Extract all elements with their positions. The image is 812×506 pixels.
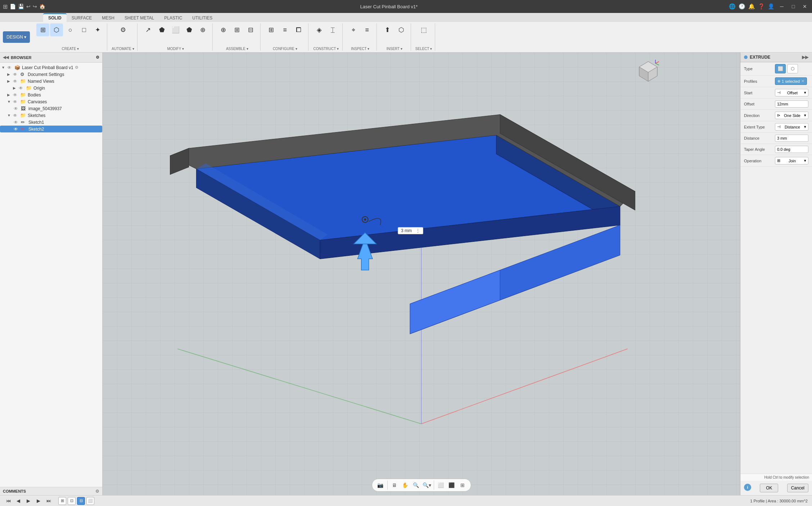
redo-button[interactable]: ↪ xyxy=(33,4,37,9)
new-component-icon[interactable]: ⊞ xyxy=(36,23,49,36)
insert-mesh-icon[interactable]: ⬡ xyxy=(395,23,408,36)
inspect-label[interactable]: INSPECT ▾ xyxy=(351,47,369,51)
parameters-icon[interactable]: ⊞ xyxy=(265,23,278,36)
create-label[interactable]: CREATE ▾ xyxy=(62,47,79,51)
construct-icon2[interactable]: ⌶ xyxy=(326,23,339,36)
direction-dropdown-icon[interactable]: ▾ xyxy=(804,113,806,118)
extent-type-value[interactable]: ⊣ Distance ▾ xyxy=(775,123,808,131)
profiles-value[interactable]: ⊕ 1 selected ✕ xyxy=(775,77,807,85)
combine-icon[interactable]: ⊕ xyxy=(197,23,209,36)
construct-label[interactable]: CONSTRUCT ▾ xyxy=(313,47,339,51)
extrude-info-icon[interactable]: i xyxy=(744,484,751,491)
tree-toggle-named-views[interactable]: ▶ xyxy=(7,79,12,83)
eye-icon-image[interactable]: 👁 xyxy=(14,106,20,111)
navigation-cube[interactable] xyxy=(636,60,661,85)
nav-cube-svg[interactable] xyxy=(636,60,661,85)
file-icon[interactable]: 📄 xyxy=(10,4,16,9)
eye-icon-sketches[interactable]: 👁 xyxy=(13,113,19,118)
insert-label[interactable]: INSERT ▾ xyxy=(387,47,402,51)
tree-item-sketch1[interactable]: 👁 ✏ Sketch1 xyxy=(0,119,102,126)
assemble-label[interactable]: ASSEMBLE ▾ xyxy=(226,47,248,51)
viewport-grid-icon[interactable]: ⊞ xyxy=(458,480,467,490)
timeline-icon-2[interactable]: ⊡ xyxy=(68,497,76,505)
viewport-appearance-icon[interactable]: ⬛ xyxy=(447,480,456,490)
close-button[interactable]: ✕ xyxy=(800,2,809,11)
eye-icon-doc-settings[interactable]: 👁 xyxy=(13,72,19,77)
automate-label[interactable]: AUTOMATE ▾ xyxy=(112,47,134,51)
offset-value-field[interactable]: 12mm xyxy=(775,100,808,108)
joint-origin-icon[interactable]: ⊞ xyxy=(231,23,244,36)
cancel-button[interactable]: Cancel xyxy=(787,484,808,492)
distance-value-field[interactable]: 3 mm xyxy=(775,135,808,142)
tree-item-origin[interactable]: ▶ 👁 📁 Origin xyxy=(0,85,102,91)
viewport[interactable]: 3 mm ⋮ 📷 🖥 ✋ 🔍 🔍▾ xyxy=(103,53,740,495)
save-button[interactable]: 💾 xyxy=(18,4,24,9)
chamfer-icon[interactable]: ⬜ xyxy=(169,23,182,36)
dimension-menu[interactable]: ⋮ xyxy=(416,228,420,233)
viewport-camera-icon[interactable]: 📷 xyxy=(376,480,385,490)
help-icon[interactable]: ❓ xyxy=(758,3,765,10)
taper-value-field[interactable]: 0.0 deg xyxy=(775,146,808,153)
tree-item-root[interactable]: ▼ 👁 📦 Laser Cut Pinball Board v1 ⚙ xyxy=(0,64,102,71)
eye-icon-named-views[interactable]: 👁 xyxy=(13,79,19,84)
viewport-display-icon[interactable]: 🖥 xyxy=(390,480,399,490)
configure-icon3[interactable]: ⧠ xyxy=(292,23,305,36)
tab-plastic[interactable]: PLASTIC xyxy=(159,14,187,22)
comments-settings-icon[interactable]: ⚙ xyxy=(95,489,99,494)
home-button[interactable]: 🏠 xyxy=(39,4,45,9)
viewport-zoom-dropdown[interactable]: 🔍▾ xyxy=(422,480,432,490)
press-pull-icon[interactable]: ↗ xyxy=(142,23,155,36)
play-button[interactable]: ▶ xyxy=(24,497,32,505)
tree-item-canvases[interactable]: ▼ 👁 📁 Canvases xyxy=(0,98,102,105)
browser-settings-icon[interactable]: ⚙ xyxy=(96,55,99,60)
step-forward-button[interactable]: ▶ xyxy=(35,497,42,505)
tree-item-doc-settings[interactable]: ▶ 👁 ⚙ Document Settings xyxy=(0,71,102,78)
tree-toggle-origin[interactable]: ▶ xyxy=(13,86,18,90)
tree-item-sketch2[interactable]: 👁 ✏ Sketch2 xyxy=(0,126,102,132)
tree-toggle-canvases[interactable]: ▼ xyxy=(7,100,12,104)
offset-plane-icon[interactable]: ◈ xyxy=(313,23,326,36)
operation-dropdown-icon[interactable]: ▾ xyxy=(804,158,806,163)
timeline-icon-3[interactable]: ⊟ xyxy=(77,497,85,505)
insert-svg-icon[interactable]: ⬆ xyxy=(381,23,394,36)
tree-toggle-bodies[interactable]: ▶ xyxy=(7,93,12,97)
start-value[interactable]: ⊣ Offset ▾ xyxy=(775,89,808,96)
tree-root-settings[interactable]: ⚙ xyxy=(75,65,78,70)
tree-item-named-views[interactable]: ▶ 👁 📁 Named Views xyxy=(0,78,102,85)
timeline-icon-4[interactable]: ⬜ xyxy=(86,497,94,505)
extrude-expand-icon[interactable]: ▶▶ xyxy=(802,55,808,60)
loft-icon[interactable]: ✦ xyxy=(91,23,104,36)
tab-mesh[interactable]: MESH xyxy=(97,14,119,22)
web-icon[interactable]: 🌐 xyxy=(729,3,736,10)
viewport-display-mode-icon[interactable]: ⬜ xyxy=(436,480,446,490)
minimize-button[interactable]: ─ xyxy=(777,2,786,11)
table-icon[interactable]: ≡ xyxy=(279,23,292,36)
maximize-button[interactable]: □ xyxy=(789,2,798,11)
sweep-icon[interactable]: □ xyxy=(77,23,90,36)
type-surface-button[interactable]: ⬡ xyxy=(787,64,798,73)
direction-value[interactable]: ⊳ One Side ▾ xyxy=(775,112,808,119)
new-joint-icon[interactable]: ⊕ xyxy=(217,23,230,36)
dimension-label[interactable]: 3 mm ⋮ xyxy=(398,227,423,234)
tree-item-image[interactable]: 👁 🖼 image_50439937 xyxy=(0,105,102,112)
design-button[interactable]: DESIGN ▾ xyxy=(3,31,30,43)
eye-icon-bodies[interactable]: 👁 xyxy=(13,92,19,98)
tab-solid[interactable]: SOLID xyxy=(43,13,67,22)
tree-toggle-sketches[interactable]: ▼ xyxy=(7,113,12,117)
viewport-pan-icon[interactable]: ✋ xyxy=(401,480,410,490)
tab-surface[interactable]: SURFACE xyxy=(67,14,97,22)
user-icon[interactable]: 👤 xyxy=(768,3,775,10)
configure-label[interactable]: CONFIGURE ▾ xyxy=(273,47,297,51)
ok-button[interactable]: OK xyxy=(760,484,778,492)
operation-value[interactable]: ⊞ Join ▾ xyxy=(775,157,808,164)
step-back-button[interactable]: ◀ xyxy=(14,497,22,505)
automate-icon[interactable]: ⚙ xyxy=(117,23,130,36)
eye-icon-sketch2[interactable]: 👁 xyxy=(14,127,20,132)
inspect-icon2[interactable]: ≡ xyxy=(361,23,374,36)
notification-icon[interactable]: 🔔 xyxy=(748,3,755,10)
undo-button[interactable]: ↩ xyxy=(26,4,31,9)
tree-item-sketches[interactable]: ▼ 👁 📁 Sketches xyxy=(0,112,102,119)
tree-item-bodies[interactable]: ▶ 👁 📁 Bodies xyxy=(0,91,102,98)
extent-type-dropdown-icon[interactable]: ▾ xyxy=(804,125,806,129)
tab-utilities[interactable]: UTILITIES xyxy=(187,14,217,22)
